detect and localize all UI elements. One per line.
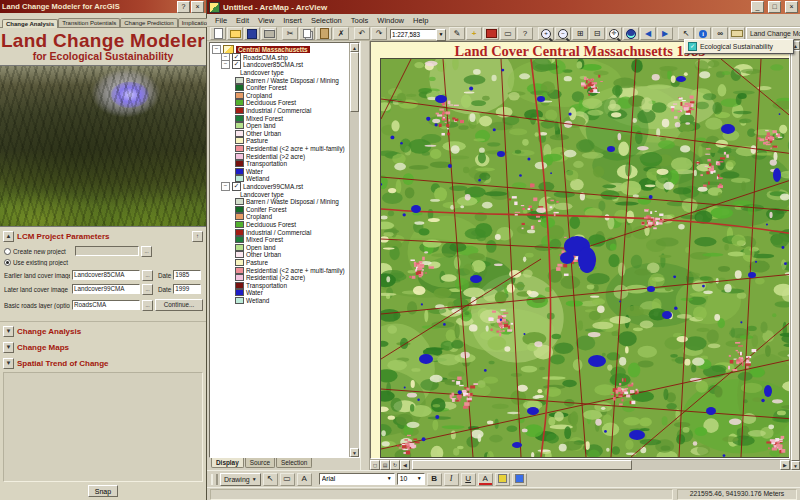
legend-swatch[interactable] [235,160,244,167]
legend-swatch[interactable] [235,259,244,266]
scroll-down-icon[interactable]: ▼ [791,461,800,470]
legend-swatch[interactable] [235,236,244,243]
lcm-tab-change-prediction[interactable]: Change Prediction [120,18,177,27]
help-icon[interactable]: ? [517,27,533,40]
expand-down-icon[interactable]: ▼ [3,342,14,353]
editor-pencil-icon[interactable]: ✎ [449,27,465,40]
drawing-menu-button[interactable]: Drawing ▼ [220,473,261,486]
legend-swatch[interactable] [235,251,244,258]
legend-swatch[interactable] [235,92,244,99]
tree-expander-icon[interactable]: − [221,182,230,191]
menu-help[interactable]: Help [409,16,432,25]
underline-button[interactable]: U [461,473,476,486]
arcmap-titlebar[interactable]: Untitled - ArcMap - ArcView _ □ × [207,0,800,14]
menu-view[interactable]: View [254,16,278,25]
project-browse-button[interactable]: ... [141,246,152,257]
legend-swatch[interactable] [235,274,244,281]
maximize-button[interactable]: □ [768,1,781,13]
toc-tab-display[interactable]: Display [211,458,244,468]
panel-pin-icon[interactable]: ↑ [192,231,203,242]
legend-swatch[interactable] [235,145,244,152]
zoom-in-icon[interactable]: + [538,27,554,40]
later-browse-button[interactable]: ... [142,284,153,295]
text-tool-icon[interactable]: A [297,473,312,486]
earlier-date-field[interactable]: 1985 [173,270,201,280]
delete-icon[interactable]: ✗ [333,27,349,40]
lcm-section-spatial-trend-of-change[interactable]: ▼Spatial Trend of Change [0,357,206,370]
lcm-tab-change-analysis[interactable]: Change Analysis [2,19,58,28]
map-canvas[interactable]: Land Cover Central Massachusetts 1985 [370,41,790,459]
menu-selection[interactable]: Selection [307,16,346,25]
scroll-right-icon[interactable]: ▶ [780,460,790,470]
fixed-zoom-out-icon[interactable]: ⊟ [589,27,605,40]
pan-icon[interactable]: ✛ [606,27,622,40]
italic-button[interactable]: I [444,473,459,486]
toc-tab-source[interactable]: Source [245,458,275,468]
data-view-icon[interactable]: ◻ [370,460,380,470]
new-document-icon[interactable] [210,27,226,40]
rectangle-tool-icon[interactable]: ▭ [280,473,295,486]
layer-label[interactable]: Landcover85CMA.rst [243,61,303,68]
fill-color-icon[interactable] [495,473,510,486]
zoom-out-icon[interactable]: − [555,27,571,40]
layer-label[interactable]: Landcover99CMA.rst [243,183,303,190]
save-icon[interactable] [244,27,260,40]
minimize-button[interactable]: _ [751,1,764,13]
checked-checkbox-icon[interactable]: ✓ [688,42,697,51]
expand-down-icon[interactable]: ▼ [3,358,14,369]
layout-view-icon[interactable]: ▤ [380,460,390,470]
legend-swatch[interactable] [235,213,244,220]
dataframe-label[interactable]: Central Massachusetts [236,46,310,53]
lcm-help-button[interactable]: ? [177,1,190,13]
legend-swatch[interactable] [235,198,244,205]
redo-icon[interactable]: ↷ [371,27,387,40]
legend-swatch[interactable] [235,244,244,251]
legend-swatch[interactable] [235,122,244,129]
toc-tab-selection[interactable]: Selection [276,458,312,468]
scroll-down-icon[interactable]: ▼ [350,448,359,457]
bold-button[interactable]: B [427,473,442,486]
earlier-image-field[interactable]: Landcover85CMA [72,270,140,280]
line-color-icon[interactable] [512,473,527,486]
legend-swatch[interactable] [235,153,244,160]
scroll-left-icon[interactable]: ◀ [400,460,410,470]
legend-swatch[interactable] [235,115,244,122]
legend-swatch[interactable] [235,289,244,296]
scrollbar-track[interactable] [410,460,780,470]
arctoolbox-icon[interactable] [483,27,499,40]
fixed-zoom-in-icon[interactable]: ⊞ [572,27,588,40]
menu-insert[interactable]: Insert [279,16,306,25]
legend-swatch[interactable] [235,130,244,137]
roads-browse-button[interactable]: ... [142,300,153,311]
chevron-down-icon[interactable]: ▼ [436,29,446,41]
earlier-browse-button[interactable]: ... [142,270,153,281]
legend-swatch[interactable] [235,77,244,84]
undo-icon[interactable]: ↶ [354,27,370,40]
menu-window[interactable]: Window [373,16,408,25]
previous-extent-icon[interactable]: ◀ [640,27,656,40]
collapse-up-icon[interactable]: ▲ [3,231,14,242]
legend-swatch[interactable] [235,206,244,213]
open-folder-icon[interactable] [227,27,243,40]
print-icon[interactable] [261,27,277,40]
menu-edit[interactable]: Edit [232,16,253,25]
paste-icon[interactable] [316,27,332,40]
map-horizontal-scrollbar[interactable]: ◻ ▤ ↻ ◀ ▶ [370,459,790,470]
landcover-map-image[interactable] [380,58,790,458]
roads-layer-field[interactable]: RoadsCMA [72,300,140,310]
lcm-tab-transition-potentials[interactable]: Transition Potentials [58,18,120,27]
later-date-field[interactable]: 1999 [173,284,201,294]
menu-tools[interactable]: Tools [347,16,373,25]
arccatalog-icon[interactable]: ▭ [500,27,516,40]
layer-label[interactable]: RoadsCMA.shp [243,54,288,61]
lcm-titlebar[interactable]: Land Change Modeler for ArcGIS ? × [0,0,206,13]
later-image-field[interactable]: Landcover99CMA [72,284,140,294]
legend-swatch[interactable] [235,107,244,114]
toc-scrollbar[interactable]: ▲ ▼ [349,43,359,457]
use-existing-project-radio[interactable] [4,259,11,266]
panel-splitter[interactable] [360,41,370,470]
legend-swatch[interactable] [235,282,244,289]
lcm-menu-item-ecological-sustainability[interactable]: Ecological Sustainability [700,43,773,50]
scrollbar-thumb[interactable] [412,460,632,470]
toolbar-grip[interactable] [211,474,218,485]
